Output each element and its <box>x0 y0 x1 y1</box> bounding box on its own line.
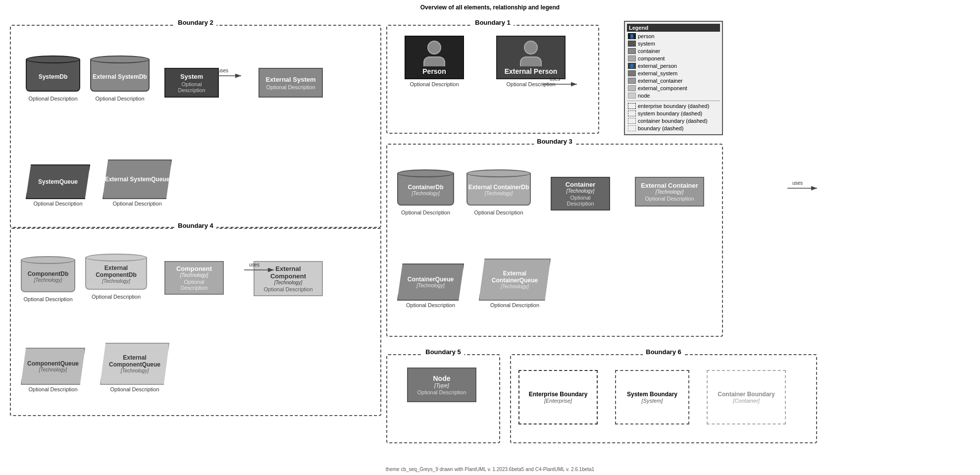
container-queue: ContainerQueue [Technology] Optional Des… <box>397 264 464 308</box>
person: Person Optional Description <box>402 36 466 87</box>
external-system-db: External SystemDb Optional Description <box>90 55 150 102</box>
legend: Legend 👤 person system container compone… <box>624 21 723 135</box>
legend-container-boundary: container boundary (dashed) <box>627 117 720 124</box>
legend-ext-person: 👤 external_person <box>627 62 720 69</box>
external-component-db: External ComponentDb [Technology] Option… <box>85 254 147 300</box>
legend-enterprise-boundary: enterprise boundary (dashed) <box>627 103 720 109</box>
legend-sep <box>627 101 720 101</box>
component: Component [Technology] Optional Descript… <box>164 261 224 295</box>
svg-text:uses: uses <box>792 180 803 186</box>
external-component-queue: External ComponentQueue [Technology] Opt… <box>100 343 169 392</box>
boundary-2: Boundary 2 SystemDb Optional Description… <box>10 25 381 228</box>
boundary-4: Boundary 4 ComponentDb [Technology] Opti… <box>10 228 381 416</box>
boundary-5-label: Boundary 5 <box>422 348 464 356</box>
legend-person: 👤 person <box>627 33 720 40</box>
container-db: ContainerDb [Technology] Optional Descri… <box>397 169 454 215</box>
legend-container: container <box>627 48 720 54</box>
legend-ext-component: external_component <box>627 85 720 92</box>
boundary-6-label: Boundary 6 <box>643 348 684 356</box>
external-system: External System Optional Description <box>258 68 323 98</box>
boundary-1: Boundary 1 Person Optional Description E… <box>386 25 599 134</box>
system-queue: SystemQueue Optional Description <box>26 164 90 207</box>
page-footer: theme cb_seq_Greys_9 drawn with PlantUML… <box>0 467 980 472</box>
enterprise-boundary-elem: Enterprise Boundary [Enterprise] <box>518 370 598 424</box>
system: System Optional Description <box>164 68 219 98</box>
legend-ext-container: external_container <box>627 77 720 84</box>
external-person: External Person Optional Description <box>491 36 570 87</box>
system-db: SystemDb Optional Description <box>26 55 80 102</box>
legend-system: system <box>627 40 720 47</box>
legend-boundary: boundary (dashed) <box>627 125 720 132</box>
boundary-2-label: Boundary 2 <box>175 19 216 26</box>
system-boundary-elem: System Boundary [System] <box>615 370 689 424</box>
legend-title: Legend <box>627 24 720 32</box>
container: Container [Technology] Optional Descript… <box>551 177 610 211</box>
legend-system-boundary: system boundary (dashed) <box>627 110 720 117</box>
legend-component: component <box>627 55 720 62</box>
boundary-3: Boundary 3 ContainerDb [Technology] Opti… <box>386 144 723 337</box>
boundary-6: Boundary 6 Enterprise Boundary [Enterpri… <box>510 354 817 443</box>
external-container: External Container [Technology] Optional… <box>635 177 704 207</box>
external-system-queue: External SystemQueue Optional Descriptio… <box>103 159 172 207</box>
boundary-3-label: Boundary 3 <box>534 138 575 145</box>
external-container-db: External ContainerDb [Technology] Option… <box>466 169 531 215</box>
boundary-1-label: Boundary 1 <box>472 19 514 26</box>
boundary-5: Boundary 5 Node [Type] Optional Descript… <box>386 354 500 443</box>
component-db: ComponentDb [Technology] Optional Descri… <box>21 256 75 302</box>
page-title: Overview of all elements, relationship a… <box>0 0 980 13</box>
legend-node: node <box>627 92 720 99</box>
component-queue: ComponentQueue [Technology] Optional Des… <box>21 348 85 392</box>
boundary-4-label: Boundary 4 <box>175 222 216 229</box>
container-boundary-elem: Container Boundary [Container] <box>707 370 786 424</box>
external-container-queue: External ContainerQueue [Technology] Opt… <box>479 259 551 308</box>
external-component: External Component [Technology] Optional… <box>254 261 323 296</box>
node: Node [Type] Optional Description <box>407 368 476 402</box>
legend-ext-system: external_system <box>627 70 720 77</box>
